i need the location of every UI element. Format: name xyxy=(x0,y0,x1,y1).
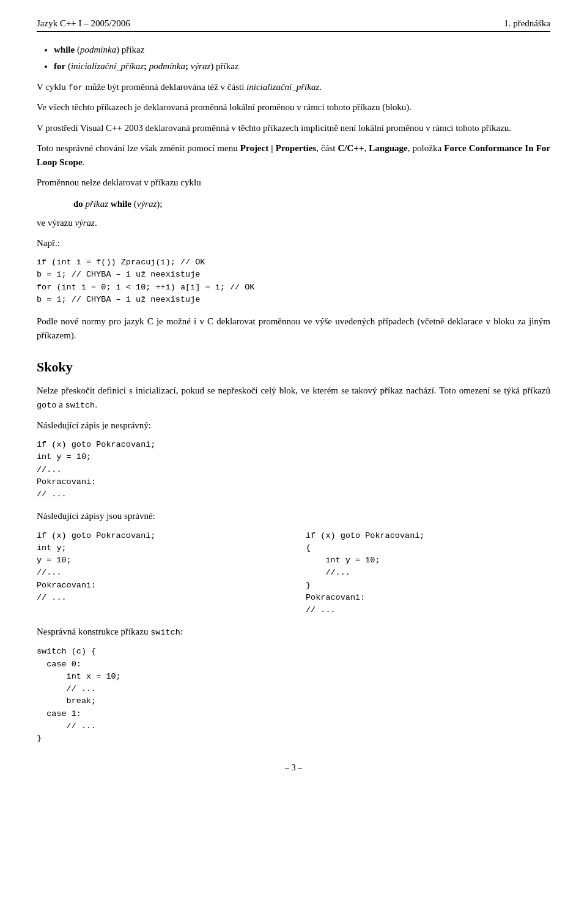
promennou-para: Proměnnou nelze deklarovat v příkazu cyk… xyxy=(37,176,550,190)
bullet-list: while (podmínka) příkaz for (inicializač… xyxy=(54,43,550,74)
ve-vyrazu-para: ve výrazu výraz. xyxy=(37,216,550,230)
nespravny-zapis-code: if (x) goto Pokracovani; int y = 10; //.… xyxy=(37,439,550,501)
spravne-cols: if (x) goto Pokracovani; int y; y = 10; … xyxy=(37,530,550,617)
list-item-for: for (inicializační_příkaz; podmínka; výr… xyxy=(54,59,550,73)
skoky-heading: Skoky xyxy=(37,357,550,378)
header-right: 1. přednáška xyxy=(504,18,550,29)
napr-label: Např.: xyxy=(37,236,550,250)
list-item-while: while (podmínka) příkaz xyxy=(54,43,550,57)
page-footer: – 3 – xyxy=(37,763,550,773)
spravny-right-code: if (x) goto Pokracovani; { int y = 10; /… xyxy=(306,530,550,617)
main-content: while (podmínka) příkaz for (inicializač… xyxy=(37,43,550,745)
example1-code: if (int i = f()) Zpracuj(i); // OK b = i… xyxy=(37,256,550,306)
page-number: – 3 – xyxy=(285,763,302,772)
nespravna-konstrukce-label: Nesprávná konstrukce příkazu switch: xyxy=(37,625,550,639)
skoky-para: Nelze přeskočit definici s inicializací,… xyxy=(37,384,550,412)
page-header: Jazyk C++ I – 2005/2006 1. přednáška xyxy=(37,18,550,32)
spravny-left-code: if (x) goto Pokracovani; int y; y = 10; … xyxy=(37,530,281,617)
podle-normy-para: Podle nové normy pro jazyk C je možné i … xyxy=(37,315,550,343)
nasl-spravne-label: Následující zápisy jsou správné: xyxy=(37,509,550,523)
switch-wrong-code: switch (c) { case 0: int x = 10; // ... … xyxy=(37,646,550,745)
do-while-block: do příkaz while (výraz); xyxy=(73,196,550,211)
for-note-para: V cyklu for může být proměnná deklarován… xyxy=(37,80,550,95)
visual-cpp-para: V prostředí Visual C++ 2003 deklarovaná … xyxy=(37,121,550,135)
block-scope-para: Ve všech těchto příkazech je deklarovaná… xyxy=(37,100,550,114)
nasl-nespravny-label: Následující zápis je nesprávný: xyxy=(37,419,550,433)
header-left: Jazyk C++ I – 2005/2006 xyxy=(37,18,130,29)
toto-chov-para: Toto nesprávné chování lze však změnit p… xyxy=(37,141,550,170)
